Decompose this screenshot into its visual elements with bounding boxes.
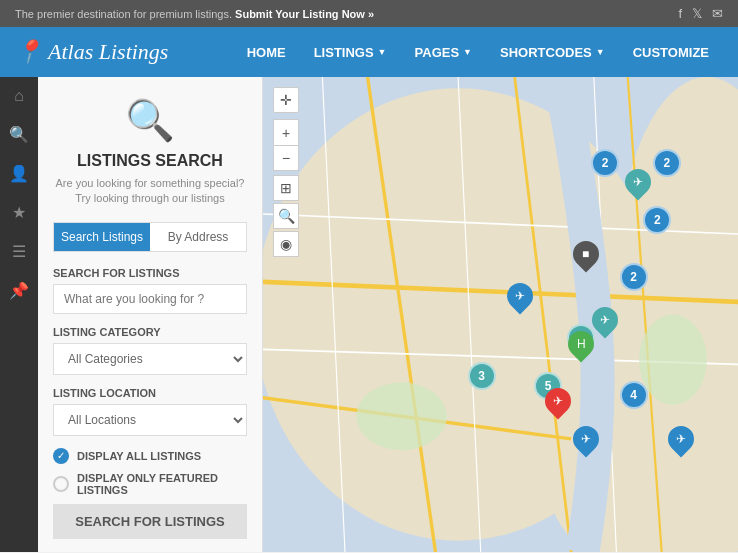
nav-customize[interactable]: CUSTOMIZE [619, 27, 723, 77]
display-all-checkbox[interactable] [53, 448, 69, 464]
top-banner: The premier destination for premium list… [0, 0, 738, 27]
listings-arrow: ▼ [378, 47, 387, 57]
map-locate-button[interactable]: ◉ [273, 231, 299, 257]
pages-arrow: ▼ [463, 47, 472, 57]
search-for-listings-label: SEARCH FOR LISTINGS [53, 267, 247, 279]
nav-listings[interactable]: LISTINGS ▼ [300, 27, 401, 77]
svg-point-14 [356, 382, 446, 450]
map-marker-7[interactable]: 4 [620, 381, 648, 409]
listing-location-label: LISTING LOCATION [53, 387, 247, 399]
main-content: ⌂ 🔍 👤 ★ ☰ 📌 🔍 LISTINGS SEARCH Are you lo… [0, 77, 738, 552]
map-move-button[interactable]: ✛ [273, 87, 299, 113]
search-for-listings-field: SEARCH FOR LISTINGS [53, 267, 247, 314]
map-area[interactable]: ✛ + − ⊞ 🔍 ◉ 22223354✈✈H✈✈■✈✈ [263, 77, 738, 552]
map-marker-15[interactable]: ✈ [624, 169, 652, 203]
search-title: LISTINGS SEARCH [53, 152, 247, 170]
search-tabs: Search Listings By Address [53, 222, 247, 252]
logo[interactable]: 📍 Atlas Listings [15, 39, 168, 65]
location-select[interactable]: All Locations [53, 404, 247, 436]
map-zoom-in-button[interactable]: + [273, 119, 299, 145]
nav-home[interactable]: HOME [233, 27, 300, 77]
search-subtitle: Are you looking for something special? T… [53, 176, 247, 207]
header: 📍 Atlas Listings HOME LISTINGS ▼ PAGES ▼… [0, 27, 738, 77]
map-zoom-out-button[interactable]: − [273, 145, 299, 171]
tab-search-listings[interactable]: Search Listings [54, 223, 150, 251]
svg-point-15 [639, 315, 707, 405]
nav-pages[interactable]: PAGES ▼ [401, 27, 486, 77]
search-input[interactable] [53, 284, 247, 314]
category-select[interactable]: All Categories [53, 343, 247, 375]
map-zoom-group: + − [273, 119, 299, 171]
display-all-label: DISPLAY ALL LISTINGS [77, 450, 201, 462]
map-marker-1[interactable]: 2 [653, 149, 681, 177]
display-featured-checkbox-group: DISPLAY ONLY FEATURED LISTINGS [53, 472, 247, 496]
display-featured-checkbox[interactable] [53, 476, 69, 492]
logo-text: Atlas Listings [48, 39, 168, 65]
map-marker-14[interactable]: ✈ [544, 388, 572, 422]
map-search-map-button[interactable]: 🔍 [273, 203, 299, 229]
sidebar-home-icon[interactable]: ⌂ [14, 87, 24, 105]
submit-listing-link[interactable]: Submit Your Listing Now » [235, 8, 374, 20]
shortcodes-arrow: ▼ [596, 47, 605, 57]
map-satellite-button[interactable]: ⊞ [273, 175, 299, 201]
sidebar-search-icon[interactable]: 🔍 [9, 125, 29, 144]
twitter-icon[interactable]: 𝕏 [692, 6, 702, 21]
map-marker-13[interactable]: ■ [572, 241, 600, 275]
map-marker-12[interactable]: ✈ [667, 426, 695, 460]
nav-shortcodes[interactable]: SHORTCODES ▼ [486, 27, 619, 77]
listing-category-label: LISTING CATEGORY [53, 326, 247, 338]
map-marker-8[interactable]: ✈ [506, 283, 534, 317]
sidebar-star-icon[interactable]: ★ [12, 203, 26, 222]
map-marker-11[interactable]: ✈ [572, 426, 600, 460]
map-marker-0[interactable]: 2 [591, 149, 619, 177]
display-featured-label: DISPLAY ONLY FEATURED LISTINGS [77, 472, 247, 496]
banner-text: The premier destination for premium list… [15, 8, 374, 20]
map-controls: ✛ + − ⊞ 🔍 ◉ [273, 87, 299, 257]
sidebar-pin-icon[interactable]: 📌 [9, 281, 29, 300]
email-icon[interactable]: ✉ [712, 6, 723, 21]
tab-by-address[interactable]: By Address [150, 223, 246, 251]
map-marker-10[interactable]: H [567, 331, 595, 365]
search-panel: 🔍 LISTINGS SEARCH Are you looking for so… [38, 77, 263, 552]
sidebar-list-icon[interactable]: ☰ [12, 242, 26, 261]
listing-location-field: LISTING LOCATION All Locations [53, 387, 247, 436]
main-nav: HOME LISTINGS ▼ PAGES ▼ SHORTCODES ▼ CUS… [233, 27, 723, 77]
map-marker-2[interactable]: 2 [643, 206, 671, 234]
sidebar-user-icon[interactable]: 👤 [9, 164, 29, 183]
search-button[interactable]: Search For Listings [53, 504, 247, 539]
map-marker-5[interactable]: 3 [468, 362, 496, 390]
logo-icon: 📍 [15, 39, 42, 65]
facebook-icon[interactable]: f [678, 6, 682, 21]
social-icons: f 𝕏 ✉ [678, 6, 723, 21]
left-sidebar: ⌂ 🔍 👤 ★ ☰ 📌 [0, 77, 38, 552]
display-all-checkbox-group: DISPLAY ALL LISTINGS [53, 448, 247, 464]
map-marker-3[interactable]: 2 [620, 263, 648, 291]
listing-category-field: LISTING CATEGORY All Categories [53, 326, 247, 375]
search-large-icon: 🔍 [53, 97, 247, 144]
